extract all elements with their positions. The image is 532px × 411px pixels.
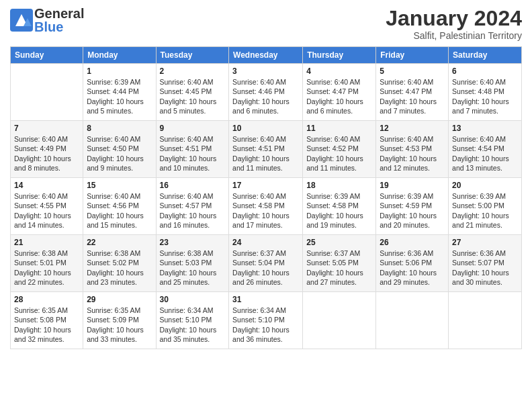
day-info: Sunrise: 6:35 AMSunset: 5:08 PMDaylight:… <box>14 306 79 344</box>
day-info: Sunrise: 6:40 AMSunset: 4:55 PMDaylight:… <box>14 191 79 230</box>
day-info: Sunrise: 6:36 AMSunset: 5:07 PMDaylight:… <box>452 248 518 287</box>
table-row <box>303 292 376 349</box>
day-info: Sunrise: 6:37 AMSunset: 5:05 PMDaylight:… <box>306 248 372 287</box>
table-row: 5Sunrise: 6:40 AMSunset: 4:47 PMDaylight… <box>376 64 449 121</box>
table-row: 13Sunrise: 6:40 AMSunset: 4:54 PMDayligh… <box>449 121 522 178</box>
day-info: Sunrise: 6:40 AMSunset: 4:46 PMDaylight:… <box>232 77 299 116</box>
table-row: 8Sunrise: 6:40 AMSunset: 4:50 PMDaylight… <box>83 121 156 178</box>
day-number: 14 <box>14 181 79 190</box>
day-number: 3 <box>232 66 299 76</box>
day-number: 16 <box>160 181 226 190</box>
day-number: 12 <box>380 124 445 133</box>
day-info: Sunrise: 6:40 AMSunset: 4:49 PMDaylight:… <box>14 134 79 173</box>
logo-general: General <box>34 7 84 20</box>
day-number: 13 <box>452 124 518 133</box>
day-info: Sunrise: 6:40 AMSunset: 4:50 PMDaylight:… <box>87 134 152 173</box>
table-row: 18Sunrise: 6:39 AMSunset: 4:58 PMDayligh… <box>303 178 376 235</box>
table-row: 20Sunrise: 6:39 AMSunset: 5:00 PMDayligh… <box>449 178 522 235</box>
table-row: 24Sunrise: 6:37 AMSunset: 5:04 PMDayligh… <box>229 235 303 292</box>
title-block: January 2024 Salfit, Palestinian Territo… <box>386 7 522 41</box>
table-row: 4Sunrise: 6:40 AMSunset: 4:47 PMDaylight… <box>303 64 376 121</box>
day-number: 15 <box>87 181 152 190</box>
table-row: 2Sunrise: 6:40 AMSunset: 4:45 PMDaylight… <box>156 64 229 121</box>
calendar-week-row: 14Sunrise: 6:40 AMSunset: 4:55 PMDayligh… <box>11 178 522 235</box>
table-row <box>11 64 83 121</box>
table-row: 10Sunrise: 6:40 AMSunset: 4:51 PMDayligh… <box>229 121 303 178</box>
day-number: 26 <box>380 238 445 247</box>
table-row: 7Sunrise: 6:40 AMSunset: 4:49 PMDaylight… <box>11 121 83 178</box>
day-info: Sunrise: 6:34 AMSunset: 5:10 PMDaylight:… <box>232 306 299 344</box>
calendar-week-row: 21Sunrise: 6:38 AMSunset: 5:01 PMDayligh… <box>11 235 522 292</box>
calendar-table: Sunday Monday Tuesday Wednesday Thursday… <box>10 46 522 349</box>
day-info: Sunrise: 6:38 AMSunset: 5:01 PMDaylight:… <box>14 248 79 287</box>
day-number: 22 <box>87 238 152 247</box>
day-info: Sunrise: 6:40 AMSunset: 4:47 PMDaylight:… <box>306 77 372 116</box>
day-info: Sunrise: 6:39 AMSunset: 5:00 PMDaylight:… <box>452 191 518 230</box>
day-info: Sunrise: 6:36 AMSunset: 5:06 PMDaylight:… <box>380 248 445 287</box>
day-info: Sunrise: 6:37 AMSunset: 5:04 PMDaylight:… <box>232 248 299 287</box>
col-friday: Friday <box>376 47 449 64</box>
calendar-week-row: 28Sunrise: 6:35 AMSunset: 5:08 PMDayligh… <box>11 292 522 349</box>
table-row: 6Sunrise: 6:40 AMSunset: 4:48 PMDaylight… <box>449 64 522 121</box>
calendar-week-row: 7Sunrise: 6:40 AMSunset: 4:49 PMDaylight… <box>11 121 522 178</box>
day-info: Sunrise: 6:39 AMSunset: 4:44 PMDaylight:… <box>87 77 152 116</box>
table-row: 22Sunrise: 6:38 AMSunset: 5:02 PMDayligh… <box>83 235 156 292</box>
table-row: 12Sunrise: 6:40 AMSunset: 4:53 PMDayligh… <box>376 121 449 178</box>
logo-icon <box>10 9 33 32</box>
day-info: Sunrise: 6:34 AMSunset: 5:10 PMDaylight:… <box>160 306 226 344</box>
day-number: 9 <box>160 124 226 133</box>
col-thursday: Thursday <box>303 47 376 64</box>
day-number: 2 <box>160 66 226 76</box>
day-number: 27 <box>452 238 518 247</box>
table-row: 25Sunrise: 6:37 AMSunset: 5:05 PMDayligh… <box>303 235 376 292</box>
day-info: Sunrise: 6:40 AMSunset: 4:45 PMDaylight:… <box>160 77 226 116</box>
table-row: 17Sunrise: 6:40 AMSunset: 4:58 PMDayligh… <box>229 178 303 235</box>
day-info: Sunrise: 6:40 AMSunset: 4:58 PMDaylight:… <box>232 191 299 230</box>
day-number: 23 <box>160 238 226 247</box>
day-info: Sunrise: 6:40 AMSunset: 4:57 PMDaylight:… <box>160 191 226 230</box>
header: General Blue January 2024 Salfit, Palest… <box>10 7 522 41</box>
day-info: Sunrise: 6:40 AMSunset: 4:47 PMDaylight:… <box>380 77 445 116</box>
table-row: 29Sunrise: 6:35 AMSunset: 5:09 PMDayligh… <box>83 292 156 349</box>
col-tuesday: Tuesday <box>156 47 229 64</box>
day-info: Sunrise: 6:38 AMSunset: 5:03 PMDaylight:… <box>160 248 226 287</box>
day-info: Sunrise: 6:40 AMSunset: 4:56 PMDaylight:… <box>87 191 152 230</box>
day-info: Sunrise: 6:35 AMSunset: 5:09 PMDaylight:… <box>87 306 152 344</box>
day-number: 25 <box>306 238 372 247</box>
day-number: 6 <box>452 66 518 76</box>
table-row: 14Sunrise: 6:40 AMSunset: 4:55 PMDayligh… <box>11 178 83 235</box>
day-number: 18 <box>306 181 372 190</box>
logo: General Blue <box>10 7 84 34</box>
day-number: 10 <box>232 124 299 133</box>
table-row: 19Sunrise: 6:39 AMSunset: 4:59 PMDayligh… <box>376 178 449 235</box>
day-number: 21 <box>14 238 79 247</box>
day-info: Sunrise: 6:40 AMSunset: 4:48 PMDaylight:… <box>452 77 518 116</box>
day-number: 11 <box>306 124 372 133</box>
day-info: Sunrise: 6:40 AMSunset: 4:53 PMDaylight:… <box>380 134 445 173</box>
table-row: 23Sunrise: 6:38 AMSunset: 5:03 PMDayligh… <box>156 235 229 292</box>
day-info: Sunrise: 6:40 AMSunset: 4:51 PMDaylight:… <box>160 134 226 173</box>
calendar-title: January 2024 <box>386 7 522 30</box>
day-info: Sunrise: 6:40 AMSunset: 4:51 PMDaylight:… <box>232 134 299 173</box>
logo-blue: Blue <box>34 20 84 34</box>
table-row <box>449 292 522 349</box>
day-number: 17 <box>232 181 299 190</box>
page-container: General Blue January 2024 Salfit, Palest… <box>0 0 532 356</box>
day-number: 7 <box>14 124 79 133</box>
day-info: Sunrise: 6:40 AMSunset: 4:54 PMDaylight:… <box>452 134 518 173</box>
day-number: 28 <box>14 295 79 304</box>
day-number: 30 <box>160 295 226 304</box>
calendar-subtitle: Salfit, Palestinian Territory <box>386 30 522 41</box>
table-row: 27Sunrise: 6:36 AMSunset: 5:07 PMDayligh… <box>449 235 522 292</box>
col-wednesday: Wednesday <box>229 47 303 64</box>
day-info: Sunrise: 6:38 AMSunset: 5:02 PMDaylight:… <box>87 248 152 287</box>
day-info: Sunrise: 6:40 AMSunset: 4:52 PMDaylight:… <box>306 134 372 173</box>
col-sunday: Sunday <box>11 47 83 64</box>
table-row: 15Sunrise: 6:40 AMSunset: 4:56 PMDayligh… <box>83 178 156 235</box>
day-info: Sunrise: 6:39 AMSunset: 4:58 PMDaylight:… <box>306 191 372 230</box>
day-number: 31 <box>232 295 299 304</box>
day-number: 8 <box>87 124 152 133</box>
table-row: 21Sunrise: 6:38 AMSunset: 5:01 PMDayligh… <box>11 235 83 292</box>
day-number: 5 <box>380 66 445 76</box>
table-row: 16Sunrise: 6:40 AMSunset: 4:57 PMDayligh… <box>156 178 229 235</box>
